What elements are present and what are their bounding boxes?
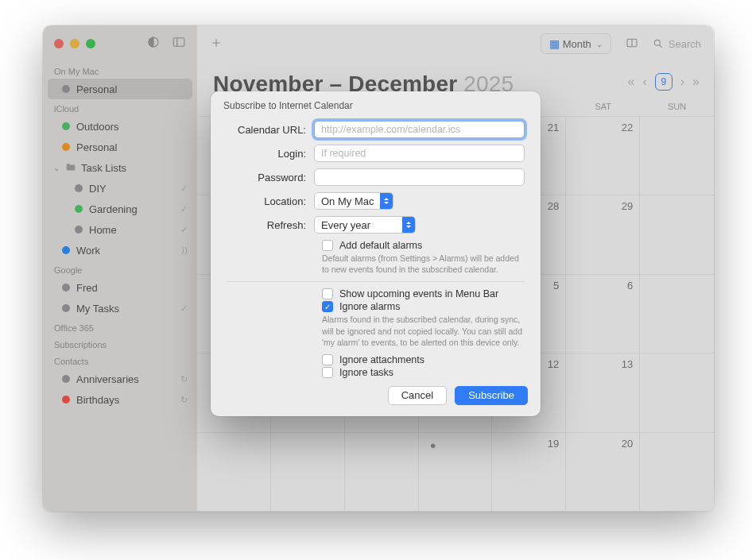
- default-alarms-help: Default alarms (from Settings > Alarms) …: [322, 253, 525, 275]
- day-cell[interactable]: [640, 433, 714, 512]
- sidebar-item[interactable]: Home✓: [43, 219, 197, 240]
- view-switcher[interactable]: ▦ Month ⌄: [541, 33, 611, 54]
- calendar-color-icon: [62, 143, 70, 151]
- nav-next-icon[interactable]: ›: [680, 75, 684, 89]
- sidebar-item-trailing-icon: ✓: [180, 225, 188, 235]
- day-cell[interactable]: 29: [566, 195, 640, 274]
- calendar-color-icon: [75, 205, 83, 213]
- month-navigation: « ‹ 9 › »: [628, 73, 700, 91]
- svg-point-7: [654, 40, 660, 45]
- checkbox-icon: [322, 367, 333, 378]
- day-cell[interactable]: [640, 195, 714, 274]
- sidebar-section-title: Office 365: [43, 319, 197, 335]
- calendar-color-icon: [62, 122, 70, 130]
- refresh-label: Refresh:: [227, 219, 314, 231]
- sidebar-item[interactable]: Personal: [48, 79, 192, 99]
- zoom-window-icon[interactable]: [86, 39, 95, 48]
- sidebar-item-trailing-icon: ⟩⟩: [181, 245, 188, 256]
- day-cell[interactable]: 6: [566, 275, 640, 353]
- toolbar: ▦ Month ⌄ Search: [197, 25, 714, 62]
- location-select[interactable]: On My Mac: [314, 192, 393, 210]
- calendar-color-icon: [62, 375, 70, 383]
- sidebar-item[interactable]: Personal: [43, 137, 197, 157]
- sidebar-item[interactable]: Outdoors: [43, 116, 197, 137]
- today-button[interactable]: 9: [655, 73, 673, 91]
- appearance-icon[interactable]: [146, 35, 161, 52]
- sidebar-item[interactable]: Anniversaries↻: [43, 369, 197, 389]
- view-label: Month: [563, 38, 591, 50]
- sidebar-item-label: Gardening: [89, 203, 138, 215]
- titlebar: [43, 25, 197, 62]
- sidebar-section-title: Google: [43, 261, 197, 277]
- sidebar-item-label: Outdoors: [76, 121, 118, 133]
- day-cell[interactable]: 22: [566, 117, 640, 195]
- ignore-tasks-checkbox[interactable]: Ignore tasks: [322, 367, 525, 378]
- nav-prev-icon[interactable]: ‹: [642, 75, 646, 89]
- chevron-down-icon: ⌄: [596, 40, 603, 48]
- sidebar-folder[interactable]: ⌄Task Lists: [43, 157, 197, 178]
- location-label: Location:: [227, 195, 314, 207]
- subscribe-dialog: Subscribe to Internet Calendar Calendar …: [211, 91, 541, 416]
- sidebar-item[interactable]: Birthdays↻: [43, 389, 197, 410]
- sidebar-item[interactable]: Fred: [43, 277, 197, 298]
- close-window-icon[interactable]: [54, 39, 64, 48]
- sidebar-item[interactable]: DIY✓: [43, 178, 197, 199]
- split-view-icon[interactable]: [626, 37, 638, 52]
- day-cell[interactable]: [640, 353, 714, 432]
- show-menu-bar-checkbox[interactable]: Show upcoming events in Menu Bar: [322, 288, 525, 299]
- sidebar-item[interactable]: Work⟩⟩: [43, 240, 197, 261]
- svg-line-8: [660, 45, 662, 48]
- sidebar-item-label: Fred: [76, 282, 98, 294]
- sidebar-item-label: My Tasks: [76, 303, 119, 315]
- calendar-color-icon: [62, 396, 70, 404]
- checkbox-checked-icon: ✓: [322, 301, 333, 312]
- subscribe-button[interactable]: Subscribe: [455, 386, 528, 405]
- password-input[interactable]: [314, 168, 525, 186]
- sidebar-section-title: On My Mac: [43, 62, 197, 79]
- refresh-select[interactable]: Every year: [314, 216, 416, 234]
- day-cell[interactable]: [345, 433, 419, 512]
- day-cell[interactable]: [271, 433, 345, 512]
- login-input[interactable]: [314, 145, 525, 162]
- cancel-button[interactable]: Cancel: [388, 386, 447, 405]
- sidebar-toggle-icon[interactable]: [172, 35, 186, 52]
- sidebar-item[interactable]: My Tasks✓: [43, 298, 197, 319]
- traffic-lights[interactable]: [54, 39, 95, 48]
- sidebar-item-trailing-icon: ✓: [180, 303, 188, 314]
- minimize-window-icon[interactable]: [70, 39, 79, 48]
- ignore-alarms-help: Alarms found in the subscribed calendar,…: [322, 314, 525, 348]
- sidebar-section-title: Contacts: [43, 352, 197, 369]
- ignore-alarms-checkbox[interactable]: ✓ Ignore alarms: [322, 301, 525, 312]
- password-label: Password:: [227, 172, 314, 183]
- day-cell[interactable]: [197, 433, 271, 512]
- select-stepper-icon: [380, 192, 393, 210]
- day-cell[interactable]: [640, 117, 714, 195]
- calendar-color-icon: [62, 304, 70, 312]
- calendar-color-icon: [62, 284, 70, 292]
- checkbox-icon: [322, 288, 333, 299]
- day-cell[interactable]: 20: [566, 433, 640, 512]
- add-default-alarms-checkbox[interactable]: Add default alarms: [322, 240, 525, 251]
- checkbox-icon: [322, 240, 333, 251]
- search-field[interactable]: Search: [653, 38, 701, 50]
- day-cell[interactable]: [640, 275, 714, 353]
- sidebar-item[interactable]: Gardening✓: [43, 199, 197, 219]
- day-cell[interactable]: 13: [566, 353, 640, 432]
- weekday-label: SAT: [566, 102, 640, 111]
- sidebar-item-trailing-icon: ✓: [180, 183, 188, 194]
- sidebar-item-label: Personal: [76, 141, 117, 153]
- ignore-attachments-checkbox[interactable]: Ignore attachments: [322, 354, 525, 365]
- calendar-url-input[interactable]: [314, 121, 525, 138]
- divider: [227, 281, 525, 282]
- nav-last-icon[interactable]: »: [692, 75, 700, 89]
- calendar-color-icon: [62, 85, 70, 93]
- nav-first-icon[interactable]: «: [628, 75, 635, 89]
- day-cell[interactable]: 19: [492, 433, 566, 512]
- sidebar-item-label: Home: [89, 224, 117, 236]
- sidebar: On My MacPersonaliCloudOutdoorsPersonal⌄…: [43, 25, 197, 512]
- calendar-color-icon: [62, 246, 70, 254]
- search-placeholder: Search: [669, 38, 701, 50]
- add-button[interactable]: [210, 37, 223, 52]
- day-cell[interactable]: ●: [419, 433, 493, 512]
- dialog-title: Subscribe to Internet Calendar: [211, 91, 541, 121]
